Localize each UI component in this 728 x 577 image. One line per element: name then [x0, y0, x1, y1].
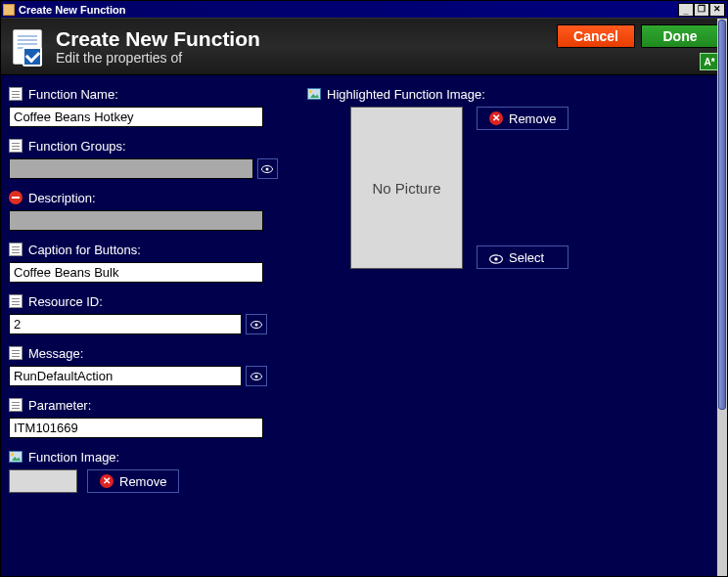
caption-label: Caption for Buttons:: [28, 243, 141, 257]
svg-point-1: [266, 168, 269, 171]
header-title: Create New Function: [56, 27, 260, 50]
note-icon: [9, 243, 23, 256]
header: Create New Function Edit the properties …: [1, 19, 727, 75]
function-image-label: Function Image:: [28, 450, 119, 465]
note-icon: [9, 398, 23, 412]
note-icon: [9, 294, 23, 308]
function-name-input[interactable]: [9, 107, 263, 127]
message-label: Message:: [28, 346, 83, 361]
eye-icon: [250, 369, 262, 383]
header-icon: [9, 27, 48, 67]
scrollbar-thumb[interactable]: [718, 20, 726, 410]
parameter-label: Parameter:: [28, 398, 91, 413]
toggle-badge[interactable]: A*: [700, 53, 719, 70]
minimize-button[interactable]: _: [678, 3, 694, 17]
message-input[interactable]: [9, 366, 242, 386]
svg-point-7: [494, 257, 498, 261]
highlighted-image-label: Highlighted Function Image:: [327, 87, 485, 102]
highlighted-select-label: Select: [509, 250, 544, 265]
remove-icon: ✕: [489, 111, 503, 125]
function-image-remove-button[interactable]: ✕ Remove: [87, 469, 179, 493]
close-button[interactable]: ✕: [709, 3, 725, 17]
function-groups-input[interactable]: [9, 158, 253, 179]
function-image-remove-label: Remove: [119, 474, 166, 489]
field-function-name: Function Name:: [9, 85, 278, 127]
note-icon: [9, 87, 23, 101]
function-name-label: Function Name:: [28, 87, 118, 102]
highlighted-image-remove-button[interactable]: ✕ Remove: [477, 107, 569, 130]
description-label: Description:: [28, 191, 96, 205]
field-function-groups: Function Groups:: [9, 137, 278, 179]
window-title: Create New Function: [19, 4, 125, 16]
no-picture-text: No Picture: [372, 180, 440, 197]
note-icon: [9, 139, 23, 153]
titlebar-left: Create New Function: [3, 4, 125, 16]
resource-id-label: Resource ID:: [28, 294, 103, 309]
eye-icon: [250, 317, 262, 332]
function-groups-browse-button[interactable]: [257, 158, 278, 179]
highlighted-image-select-button[interactable]: Select: [477, 245, 569, 269]
field-resource-id: Resource ID:: [9, 292, 278, 334]
scrollbar[interactable]: [717, 19, 727, 576]
field-caption: Caption for Buttons:: [9, 241, 278, 283]
message-browse-button[interactable]: [246, 366, 267, 386]
field-description: Description:: [9, 189, 278, 231]
header-text: Create New Function Edit the properties …: [56, 27, 260, 66]
resource-id-browse-button[interactable]: [246, 314, 267, 334]
field-highlighted-image: Highlighted Function Image: No Picture ✕…: [307, 85, 709, 269]
image-icon: [9, 451, 23, 463]
header-buttons: Cancel Done: [557, 24, 719, 48]
function-groups-label: Function Groups:: [28, 139, 126, 154]
content: Function Name: Function Groups:: [1, 77, 717, 576]
svg-point-5: [255, 376, 258, 378]
right-column: Highlighted Function Image: No Picture ✕…: [307, 85, 709, 503]
titlebar: Create New Function _ ❐ ✕: [1, 1, 727, 19]
field-parameter: Parameter:: [9, 396, 278, 438]
svg-point-3: [255, 324, 258, 327]
app-icon: [3, 4, 15, 16]
titlebar-buttons: _ ❐ ✕: [678, 3, 725, 17]
image-icon: [307, 88, 321, 100]
eye-icon: [261, 161, 273, 176]
resource-id-input[interactable]: [9, 314, 242, 334]
done-button[interactable]: Done: [641, 24, 719, 48]
note-icon: [9, 346, 23, 360]
highlighted-remove-label: Remove: [509, 111, 556, 126]
header-subtitle: Edit the properties of: [56, 50, 260, 66]
cancel-button[interactable]: Cancel: [557, 24, 635, 48]
parameter-input[interactable]: [9, 418, 263, 438]
function-image-preview[interactable]: [9, 469, 77, 493]
left-column: Function Name: Function Groups:: [9, 85, 278, 503]
maximize-button[interactable]: ❐: [694, 3, 709, 17]
field-message: Message:: [9, 344, 278, 386]
eye-icon: [489, 252, 503, 262]
window: Create New Function _ ❐ ✕ Create New Fun…: [0, 0, 728, 577]
caption-input[interactable]: [9, 262, 263, 283]
remove-icon: ✕: [100, 474, 114, 488]
highlighted-image-preview[interactable]: No Picture: [350, 107, 463, 269]
description-input[interactable]: [9, 210, 263, 231]
stop-icon: [9, 191, 23, 204]
field-function-image: Function Image: ✕ Remove: [9, 448, 278, 493]
